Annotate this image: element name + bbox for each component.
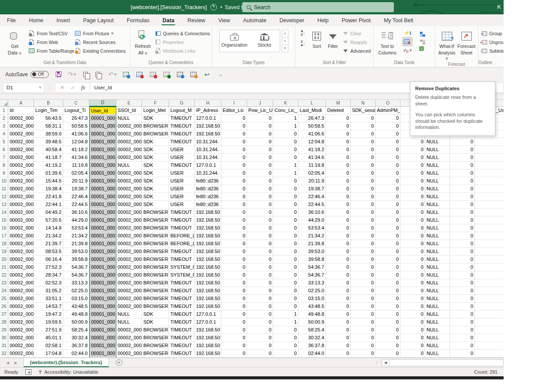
cell[interactable]: 0 xyxy=(273,326,298,334)
cell[interactable]: 00001_000 xyxy=(89,287,116,295)
row-header[interactable]: 23 xyxy=(0,279,8,287)
cell[interactable]: 0 xyxy=(273,271,298,279)
cell[interactable]: 0 xyxy=(221,295,247,303)
cell[interactable]: 53:53.4 xyxy=(63,224,89,232)
cell[interactable]: 0 xyxy=(450,240,475,248)
cell[interactable]: 0 xyxy=(351,232,376,240)
cell[interactable]: 0 xyxy=(247,185,273,193)
row-header[interactable]: 31 xyxy=(0,342,8,350)
cell[interactable]: BROWSER xyxy=(142,350,169,358)
qat-macro-chart-button[interactable] xyxy=(122,71,130,78)
cell[interactable] xyxy=(475,201,504,209)
cell[interactable]: 0 xyxy=(326,334,351,342)
cell[interactable]: 39:58.8 xyxy=(298,256,326,264)
cell[interactable]: NULL xyxy=(425,216,450,224)
cell[interactable]: 00001_000 xyxy=(89,334,116,342)
user-avatar[interactable]: K xyxy=(497,3,501,10)
cell[interactable]: SDK xyxy=(142,201,169,209)
queries-connections-button[interactable]: Queries & Connections xyxy=(155,30,209,37)
cell[interactable]: 0 xyxy=(351,216,376,224)
cell[interactable]: 02:25.0 xyxy=(298,287,326,295)
tab-power-pivot[interactable]: Power Pivot xyxy=(341,16,372,25)
from-text-csv-button[interactable]: From Text/CSV xyxy=(28,30,73,37)
cell[interactable]: Editor_Lic xyxy=(221,107,247,115)
cell[interactable]: SDK xyxy=(142,318,169,326)
cell[interactable]: 38:59.0 xyxy=(34,130,63,138)
cell[interactable]: 00002_000 xyxy=(116,138,142,146)
cell[interactable]: 0 xyxy=(326,146,351,154)
flash-fill-icon[interactable]: ⚡ xyxy=(404,30,411,36)
cell[interactable]: 0 xyxy=(273,279,298,287)
row-header[interactable]: 26 xyxy=(0,303,8,311)
cell[interactable]: 0 xyxy=(351,248,376,256)
cell[interactable]: 0 xyxy=(247,334,273,342)
cell[interactable]: 12:04.8 xyxy=(63,138,89,146)
cell[interactable]: 0 xyxy=(326,154,351,162)
tab-file[interactable]: File xyxy=(6,16,17,25)
cell[interactable]: TIMEOUT xyxy=(169,279,195,287)
cell[interactable] xyxy=(475,224,504,232)
cell[interactable]: NULL xyxy=(425,350,450,358)
cell[interactable]: 0 xyxy=(400,334,425,342)
cell[interactable]: 11:19.8 xyxy=(63,162,89,169)
cancel-button[interactable]: ✕ xyxy=(60,84,64,91)
cell[interactable]: 00002_000 xyxy=(8,130,34,138)
cell[interactable]: fe80::d236 xyxy=(195,201,221,209)
cell[interactable]: 00002_000 xyxy=(8,287,34,295)
cell[interactable]: 0 xyxy=(247,122,273,130)
tab-view[interactable]: View xyxy=(217,16,231,25)
cell[interactable]: TIMEOUT xyxy=(169,216,195,224)
row-header[interactable]: 17 xyxy=(0,232,8,240)
row-header[interactable]: 29 xyxy=(0,326,8,334)
cell[interactable]: 41:06.6 xyxy=(63,130,89,138)
cell[interactable]: BROWSER xyxy=(142,232,169,240)
cell[interactable]: 0 xyxy=(247,162,273,169)
tabbar-divider[interactable]: ⋮ xyxy=(372,358,382,367)
cell[interactable]: 0 xyxy=(247,350,273,358)
cell[interactable] xyxy=(475,193,504,201)
cell[interactable]: 22:44.1 xyxy=(34,201,63,209)
cell[interactable]: 02:44.0 xyxy=(298,350,326,358)
cell[interactable]: 0 xyxy=(326,209,351,216)
cell[interactable]: 0 xyxy=(247,201,273,209)
cell[interactable]: 192.168.50 xyxy=(195,216,221,224)
cell[interactable]: BROWSER xyxy=(142,122,169,130)
cell[interactable]: 0 xyxy=(400,295,425,303)
cell[interactable]: 0 xyxy=(326,303,351,311)
cell[interactable]: NULL xyxy=(116,311,142,318)
cell[interactable]: 0 xyxy=(247,154,273,162)
cell[interactable]: NULL xyxy=(116,162,142,169)
cell[interactable]: 192.168.50 xyxy=(195,287,221,295)
cell[interactable]: BROWSER xyxy=(142,334,169,342)
cell[interactable]: 36:10.6 xyxy=(298,209,326,216)
cell[interactable]: 0 xyxy=(221,318,247,326)
cell[interactable]: 192.168.50 xyxy=(195,240,221,248)
cell[interactable]: 0 xyxy=(450,232,475,240)
cell[interactable]: USER xyxy=(169,146,195,154)
cell[interactable]: 00002_000 xyxy=(116,264,142,271)
cell[interactable]: BROWSER xyxy=(142,248,169,256)
cell[interactable]: 0 xyxy=(221,193,247,201)
tab-my-tool-belt[interactable]: My Tool Belt xyxy=(383,16,414,25)
cell[interactable]: 0 xyxy=(326,162,351,169)
cell[interactable]: 21:34.2 xyxy=(63,232,89,240)
cell[interactable]: 00002_000 xyxy=(8,240,34,248)
cell[interactable]: BROWSER xyxy=(142,264,169,271)
row-header[interactable]: 4 xyxy=(0,130,8,138)
cell[interactable]: 0 xyxy=(351,279,376,287)
search-input[interactable]: Search xyxy=(242,2,394,12)
cell[interactable]: SDK_sessio xyxy=(351,107,376,115)
cell[interactable]: 0 xyxy=(376,271,400,279)
cell[interactable]: 54:36.7 xyxy=(63,271,89,279)
cell[interactable]: 0 xyxy=(376,318,400,326)
cell[interactable]: 30:32.4 xyxy=(63,334,89,342)
cell[interactable] xyxy=(475,256,504,264)
cell[interactable]: TIMEOUT xyxy=(169,303,195,311)
cell[interactable]: 00002_000 xyxy=(8,224,34,232)
cell[interactable]: TIMEOUT xyxy=(169,256,195,264)
cell[interactable]: 00001_000 xyxy=(89,279,116,287)
cell[interactable]: 0 xyxy=(450,303,475,311)
cell[interactable] xyxy=(475,248,504,256)
cell[interactable]: 0 xyxy=(326,264,351,271)
cell[interactable]: 00002_000 xyxy=(8,115,34,122)
